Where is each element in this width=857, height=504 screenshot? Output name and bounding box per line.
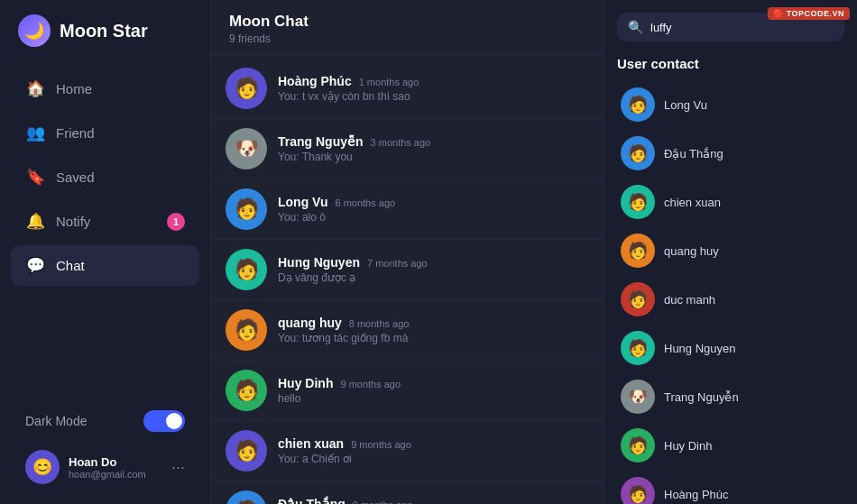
badge-notify: 1 <box>167 213 185 231</box>
sidebar-label-friend: Friend <box>56 125 95 141</box>
dark-mode-row: Dark Mode 🌙 <box>11 401 199 441</box>
chat-icon: 💬 <box>25 256 45 275</box>
dark-mode-label: Dark Mode <box>25 414 87 428</box>
user-avatar: 😊 <box>25 450 60 484</box>
chat-info: Hung Nguyen 7 months ago Dạ vâng được ạ <box>278 255 589 284</box>
sidebar-item-chat[interactable]: 💬 Chat <box>11 245 199 286</box>
chat-list-item[interactable]: 🧑 chien xuan 9 months ago You: a Chiến ơ… <box>211 421 604 481</box>
chat-name: Long Vu <box>278 195 327 209</box>
chat-last-message: You: t vx vậy còn bn thì sao <box>278 90 589 103</box>
chat-name: Hoàng Phúc <box>278 74 352 88</box>
chat-list-item[interactable]: 🧑 Long Vu 6 months ago You: alo ô <box>211 179 604 240</box>
chat-last-message: You: alo ô <box>278 211 589 224</box>
sidebar-label-notify: Notify <box>56 214 90 229</box>
chat-list-item[interactable]: 🧑 quang huy 8 months ago You: tương tác … <box>211 300 604 361</box>
app-logo-icon: 🌙 <box>18 14 51 47</box>
contact-name: Đậu Thắng <box>664 147 723 160</box>
chat-name: Hung Nguyen <box>278 255 360 270</box>
contact-avatar: 🧑 <box>621 428 655 463</box>
chat-time: 9 months ago <box>353 499 413 504</box>
chat-list-item[interactable]: 🧑 Đậu Thắng 9 months ago không bị sao cả <box>211 481 604 504</box>
chat-header: Moon Chat 9 friends <box>211 0 604 55</box>
contact-name: Huy Dinh <box>664 439 712 453</box>
app-name: Moon Star <box>60 21 148 41</box>
contact-name: Hoàng Phúc <box>664 488 729 501</box>
chat-list-item[interactable]: 🐶 Trang Nguyễn 3 months ago You: Thank y… <box>211 119 604 179</box>
contact-name: quang huy <box>664 244 719 258</box>
chat-avatar: 🧑 <box>226 370 267 411</box>
contact-name: Hung Nguyen <box>664 342 736 355</box>
contact-list: 🧑 Long Vu 🧑 Đậu Thắng 🧑 chien xuan 🧑 qua… <box>617 80 844 504</box>
search-input[interactable] <box>650 21 834 34</box>
contact-item[interactable]: 🧑 duc manh <box>617 275 844 324</box>
dark-mode-toggle[interactable]: 🌙 <box>143 410 185 432</box>
chat-time: 9 months ago <box>340 379 401 389</box>
sidebar-item-notify[interactable]: 🔔 Notify 1 <box>11 201 199 242</box>
contact-item[interactable]: 🧑 Đậu Thắng <box>617 129 844 178</box>
contact-avatar: 🧑 <box>621 282 655 316</box>
main-content: Moon Chat 9 friends 🧑 Hoàng Phúc 1 month… <box>211 0 604 504</box>
chat-last-message: Dạ vâng được ạ <box>278 271 589 284</box>
chat-last-message: You: a Chiến ơi <box>278 453 589 465</box>
user-contact-title: User contact <box>617 56 844 71</box>
contact-avatar: 🧑 <box>621 331 655 365</box>
topcode-badge: 🔴 TOPCODE.VN <box>768 7 850 20</box>
notify-icon: 🔔 <box>25 212 45 231</box>
chat-time: 7 months ago <box>367 258 428 269</box>
contact-avatar: 🧑 <box>621 477 655 504</box>
chat-avatar: 🧑 <box>226 188 267 230</box>
contact-name: duc manh <box>664 293 715 307</box>
sidebar-item-friend[interactable]: 👥 Friend <box>11 113 199 153</box>
chat-info: Hoàng Phúc 1 months ago You: t vx vậy cò… <box>278 74 589 103</box>
chat-info: chien xuan 9 months ago You: a Chiến ơi <box>278 436 589 465</box>
chat-list-item[interactable]: 🧑 Hung Nguyen 7 months ago Dạ vâng được … <box>211 240 604 300</box>
chat-name-row: Long Vu 6 months ago <box>278 195 589 209</box>
chat-name-row: Hung Nguyen 7 months ago <box>278 255 589 270</box>
chat-last-message: You: Thank you <box>278 151 589 163</box>
chat-avatar: 🐶 <box>226 128 267 170</box>
logo-area: 🌙 Moon Star <box>0 14 210 69</box>
contact-item[interactable]: 🐶 Trang Nguyễn <box>617 372 844 421</box>
contact-avatar: 🧑 <box>621 234 655 268</box>
chat-name-row: chien xuan 9 months ago <box>278 436 589 451</box>
sidebar-label-chat: Chat <box>56 258 85 273</box>
contact-item[interactable]: 🧑 Long Vu <box>617 80 844 129</box>
sidebar-label-home: Home <box>56 81 92 96</box>
chat-avatar: 🧑 <box>226 309 267 351</box>
contact-avatar: 🧑 <box>621 136 655 170</box>
home-icon: 🏠 <box>25 79 45 98</box>
contact-avatar: 🧑 <box>621 87 655 122</box>
chat-name-row: Trang Nguyễn 3 months ago <box>278 134 589 149</box>
chat-info: quang huy 8 months ago You: tương tác gi… <box>278 316 589 344</box>
user-info: Hoan Do hoan@gmail.com <box>69 455 162 480</box>
contact-item[interactable]: 🧑 Huy Dinh <box>617 421 844 470</box>
chat-time: 6 months ago <box>335 197 395 208</box>
chat-name-row: Đậu Thắng 9 months ago <box>278 497 589 504</box>
search-icon: 🔍 <box>628 20 643 34</box>
chat-avatar: 🧑 <box>226 430 267 472</box>
chat-last-message: hello <box>278 392 589 405</box>
contact-item[interactable]: 🧑 Hoàng Phúc <box>617 470 844 504</box>
chat-last-message: You: tương tác giống fb mà <box>278 332 589 344</box>
more-button[interactable]: ··· <box>171 458 185 477</box>
contact-item[interactable]: 🧑 Hung Nguyen <box>617 324 844 372</box>
contact-item[interactable]: 🧑 quang huy <box>617 226 844 275</box>
saved-icon: 🔖 <box>25 168 45 187</box>
chat-name-row: Huy Dinh 9 months ago <box>278 376 589 390</box>
contact-item[interactable]: 🧑 chien xuan <box>617 178 844 226</box>
chat-title: Moon Chat <box>229 13 585 31</box>
sidebar-item-saved[interactable]: 🔖 Saved <box>11 157 199 197</box>
chat-list-item[interactable]: 🧑 Hoàng Phúc 1 months ago You: t vx vậy … <box>211 59 604 119</box>
user-name: Hoan Do <box>69 455 162 469</box>
chat-name: Đậu Thắng <box>278 497 346 504</box>
chat-info: Đậu Thắng 9 months ago không bị sao cả <box>278 497 589 504</box>
sidebar-bottom: Dark Mode 🌙 😊 Hoan Do hoan@gmail.com ··· <box>0 401 210 493</box>
chat-list-item[interactable]: 🧑 Huy Dinh 9 months ago hello <box>211 361 604 421</box>
sidebar-item-home[interactable]: 🏠 Home <box>11 69 199 109</box>
sidebar: 🌙 Moon Star 🏠 Home 👥 Friend 🔖 Saved 🔔 No… <box>0 0 211 504</box>
chat-list: 🧑 Hoàng Phúc 1 months ago You: t vx vậy … <box>211 55 604 504</box>
chat-name: Trang Nguyễn <box>278 134 364 149</box>
contact-name: Long Vu <box>664 98 707 112</box>
chat-info: Trang Nguyễn 3 months ago You: Thank you <box>278 134 589 163</box>
user-email: hoan@gmail.com <box>69 469 162 480</box>
